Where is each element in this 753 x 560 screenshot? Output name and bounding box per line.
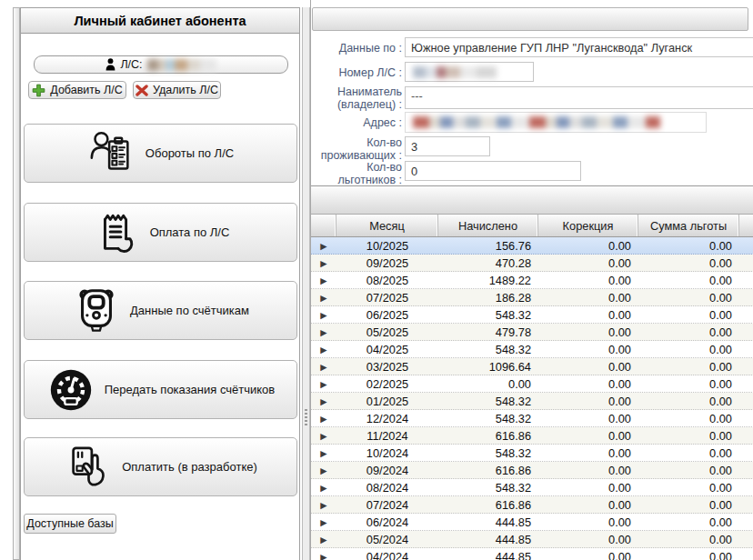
tenant-label: Наниматель (владелец) : xyxy=(315,86,402,111)
cell-month: 03/2025 xyxy=(336,358,438,375)
table-row[interactable]: ▶06/2024444.850.000.00 xyxy=(311,514,753,531)
table-row[interactable]: ▶11/2024616.860.000.00 xyxy=(311,427,753,445)
account-select-bar[interactable]: Л/С: xyxy=(34,55,288,74)
cell-benefit: 0.00 xyxy=(638,341,739,357)
table-row[interactable]: ▶01/2025548.320.000.00 xyxy=(311,393,753,410)
residents-count-label: Кол-во проживающих : xyxy=(315,137,402,162)
submit-readings-label: Передать показания счётчиков xyxy=(105,383,276,396)
table-row[interactable]: ▶02/20250.000.000.00 xyxy=(311,375,753,393)
person-clipboard-icon xyxy=(87,129,136,178)
row-expander-icon[interactable]: ▶ xyxy=(311,410,336,426)
row-expander-icon[interactable]: ▶ xyxy=(311,548,336,560)
cell-extra xyxy=(739,427,753,444)
table-row[interactable]: ▶04/2025548.320.000.00 xyxy=(311,341,753,358)
row-expander-icon[interactable]: ▶ xyxy=(311,341,336,357)
table-row[interactable]: ▶05/2025479.780.000.00 xyxy=(311,324,753,341)
cell-extra xyxy=(739,272,753,288)
cell-extra xyxy=(739,410,753,426)
column-correction[interactable]: Корекция xyxy=(538,215,638,236)
row-expander-icon[interactable]: ▶ xyxy=(311,479,336,495)
cell-accrued: 186.28 xyxy=(438,289,538,305)
column-extra xyxy=(739,215,753,236)
row-expander-icon[interactable]: ▶ xyxy=(311,272,336,288)
payments-button[interactable]: Оплата по Л/С xyxy=(24,203,297,262)
column-benefit[interactable]: Сумма льготы xyxy=(638,215,739,236)
row-expander-icon[interactable]: ▶ xyxy=(311,531,336,547)
blurred-account-number-value xyxy=(413,66,497,78)
row-expander-icon[interactable]: ▶ xyxy=(311,358,336,375)
tenant-input[interactable]: --- xyxy=(405,86,753,109)
row-expander-icon[interactable]: ▶ xyxy=(311,237,336,254)
cell-benefit: 0.00 xyxy=(638,514,739,530)
pay-button[interactable]: Оплатить (в разработке) xyxy=(24,437,297,496)
cell-benefit: 0.00 xyxy=(638,237,739,254)
blurred-address-value xyxy=(413,116,660,128)
column-accrued[interactable]: Начислено xyxy=(438,215,538,236)
row-expander-icon[interactable]: ▶ xyxy=(311,393,336,409)
table-row[interactable]: ▶07/2025186.280.000.00 xyxy=(311,289,753,306)
cell-accrued: 548.32 xyxy=(438,393,538,409)
beneficiaries-count-input[interactable]: 0 xyxy=(405,161,581,181)
panel-splitter[interactable] xyxy=(302,7,310,560)
table-row[interactable]: ▶07/2024616.860.000.00 xyxy=(311,496,753,514)
beneficiaries-count-label: Кол-во льготников : xyxy=(315,162,402,186)
table-row[interactable]: ▶09/2025470.280.000.00 xyxy=(311,255,753,272)
meters-data-label: Данные по счётчикам xyxy=(130,304,249,317)
cell-extra xyxy=(739,237,753,254)
cell-extra xyxy=(739,255,753,271)
row-expander-icon[interactable]: ▶ xyxy=(311,324,336,340)
table-row[interactable]: ▶05/2024444.850.000.00 xyxy=(311,531,753,548)
column-month[interactable]: Месяц xyxy=(336,215,438,236)
row-expander-icon[interactable]: ▶ xyxy=(311,496,336,513)
collapsed-splitter[interactable] xyxy=(13,7,20,560)
cell-benefit: 0.00 xyxy=(638,272,739,288)
meters-data-button[interactable]: Данные по счётчикам xyxy=(24,281,297,340)
cell-accrued: 444.85 xyxy=(438,531,538,547)
table-row[interactable]: ▶10/2024548.320.000.00 xyxy=(311,445,753,462)
row-expander-icon[interactable]: ▶ xyxy=(311,255,336,271)
row-expander-icon[interactable]: ▶ xyxy=(311,445,336,461)
delete-account-button[interactable]: Удалить Л/С xyxy=(133,81,221,99)
row-expander-icon[interactable]: ▶ xyxy=(311,514,336,530)
table-row[interactable]: ▶06/2025548.320.000.00 xyxy=(311,306,753,324)
table-row[interactable]: ▶03/20251096.640.000.00 xyxy=(311,358,753,375)
add-account-button[interactable]: Добавить Л/С xyxy=(28,81,126,99)
cell-month: 05/2025 xyxy=(336,324,438,340)
row-expander-icon[interactable]: ▶ xyxy=(311,427,336,444)
row-expander-icon[interactable]: ▶ xyxy=(311,306,336,323)
cell-correction: 0.00 xyxy=(538,306,638,323)
row-expander-icon[interactable]: ▶ xyxy=(311,375,336,392)
person-icon xyxy=(105,58,115,71)
cell-accrued: 1489.22 xyxy=(438,272,538,288)
row-expander-icon[interactable]: ▶ xyxy=(311,289,336,305)
charges-table-body: ▶10/2025156.760.000.00▶09/2025470.280.00… xyxy=(311,237,753,560)
tenant-value: --- xyxy=(411,89,423,103)
available-bases-button[interactable]: Доступные базы xyxy=(24,514,116,534)
column-expander xyxy=(311,215,336,236)
cell-correction: 0.00 xyxy=(538,531,638,547)
turnover-button[interactable]: Обороты по Л/С xyxy=(24,124,297,183)
cell-benefit: 0.00 xyxy=(638,427,739,444)
table-row[interactable]: ▶08/20251489.220.000.00 xyxy=(311,272,753,289)
cell-correction: 0.00 xyxy=(538,375,638,392)
table-row[interactable]: ▶10/2025156.760.000.00 xyxy=(311,237,753,255)
table-row[interactable]: ▶12/2024548.320.000.00 xyxy=(311,410,753,427)
cell-correction: 0.00 xyxy=(538,445,638,461)
row-expander-icon[interactable]: ▶ xyxy=(311,462,336,478)
cell-benefit: 0.00 xyxy=(638,393,739,409)
data-source-input[interactable]: Южное управление ГУП ЛНР "Лугансквода" Л… xyxy=(405,37,753,57)
cell-accrued: 548.32 xyxy=(438,306,538,323)
table-row[interactable]: ▶04/2024444.850.000.00 xyxy=(311,548,753,560)
table-row[interactable]: ▶09/2024616.860.000.00 xyxy=(311,462,753,479)
cell-month: 08/2025 xyxy=(336,272,438,288)
cell-accrued: 444.85 xyxy=(438,548,538,560)
address-input[interactable] xyxy=(405,112,707,133)
cell-accrued: 0.00 xyxy=(438,375,538,392)
residents-count-input[interactable]: 3 xyxy=(405,136,490,156)
cell-extra xyxy=(739,306,753,323)
splitter-grip-icon xyxy=(305,409,307,425)
table-row[interactable]: ▶08/2024548.320.000.00 xyxy=(311,479,753,496)
account-number-input[interactable] xyxy=(405,62,534,82)
cell-month: 09/2025 xyxy=(336,255,438,271)
submit-readings-button[interactable]: Передать показания счётчиков xyxy=(24,360,297,419)
